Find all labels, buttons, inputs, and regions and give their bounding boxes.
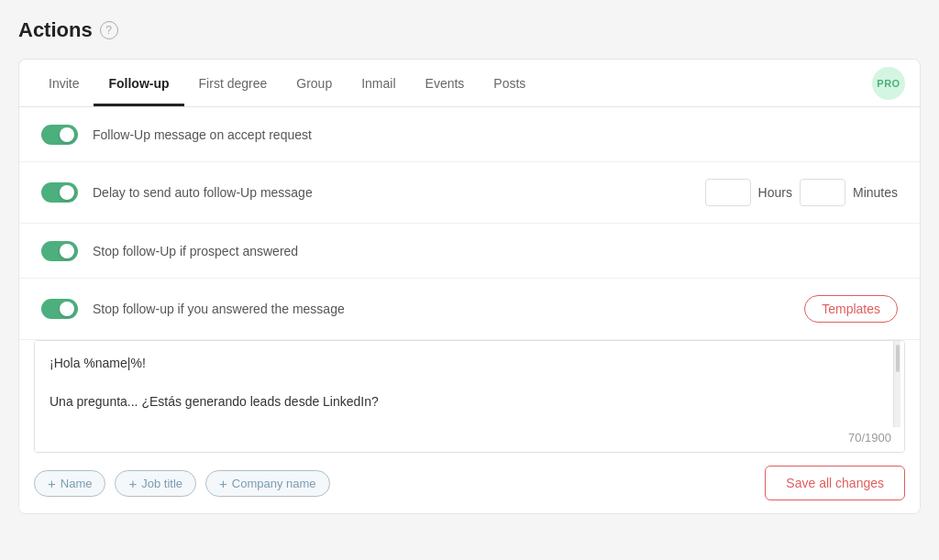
page-header: Actions ? [18, 18, 921, 42]
templates-button[interactable]: Templates [804, 295, 898, 323]
minutes-label: Minutes [853, 185, 898, 200]
followup-accept-toggle[interactable] [41, 125, 78, 145]
insert-name-label: Name [61, 477, 93, 490]
insert-name-button[interactable]: + Name [34, 470, 105, 497]
message-area-container: ¡Hola %name|%! Una pregunta... ¿Estás ge… [34, 340, 905, 453]
followup-accept-row: Follow-Up message on accept request [19, 107, 920, 162]
hours-input[interactable]: 5 [705, 179, 751, 206]
stop-self-row: Stop follow-up if you answered the messa… [19, 279, 920, 340]
char-count: 70/1900 [35, 427, 904, 452]
stop-self-toggle[interactable] [41, 299, 78, 319]
message-textarea[interactable]: ¡Hola %name|%! Una pregunta... ¿Estás ge… [35, 341, 904, 423]
plus-icon-job: + [128, 476, 137, 491]
stop-prospect-row: Stop follow-Up if prospect answered [19, 224, 920, 279]
tab-events[interactable]: Events [411, 60, 480, 106]
delay-toggle[interactable] [41, 182, 78, 203]
insert-company-button[interactable]: + Company name [205, 470, 330, 497]
message-wrapper: ¡Hola %name|%! Una pregunta... ¿Estás ge… [35, 341, 904, 427]
stop-self-label: Stop follow-up if you answered the messa… [93, 302, 790, 316]
tab-followup[interactable]: Follow-up [94, 60, 183, 106]
delay-inputs: 5 Hours 0 Minutes [705, 179, 898, 206]
tab-group[interactable]: Group [282, 60, 347, 106]
delay-label: Delay to send auto follow-Up message [93, 185, 690, 200]
tabs-bar: Invite Follow-up First degree Group Inma… [19, 60, 920, 107]
plus-icon-name: + [48, 476, 56, 491]
help-icon[interactable]: ? [100, 21, 118, 39]
tab-posts[interactable]: Posts [479, 60, 540, 106]
plus-icon-company: + [219, 476, 227, 491]
insert-job-label: Job title [141, 477, 182, 490]
hours-label: Hours [758, 185, 792, 200]
stop-prospect-toggle[interactable] [41, 241, 78, 261]
followup-accept-label: Follow-Up message on accept request [93, 127, 898, 142]
scroll-thumb [896, 345, 900, 372]
scroll-indicator [893, 341, 900, 427]
page-title: Actions [18, 18, 93, 42]
minutes-input[interactable]: 0 [800, 179, 845, 206]
tab-first-degree[interactable]: First degree [184, 60, 282, 106]
save-all-changes-button[interactable]: Save all changes [765, 466, 905, 500]
pro-badge: PRO [872, 67, 905, 100]
delay-row: Delay to send auto follow-Up message 5 H… [19, 162, 920, 224]
bottom-bar: + Name + Job title + Company name Save a… [19, 453, 920, 513]
stop-prospect-label: Stop follow-Up if prospect answered [93, 244, 898, 258]
tab-inmail[interactable]: Inmail [347, 60, 410, 106]
insert-job-title-button[interactable]: + Job title [115, 470, 196, 497]
main-card: Invite Follow-up First degree Group Inma… [18, 59, 921, 514]
tab-invite[interactable]: Invite [34, 60, 94, 106]
insert-company-label: Company name [232, 477, 316, 490]
